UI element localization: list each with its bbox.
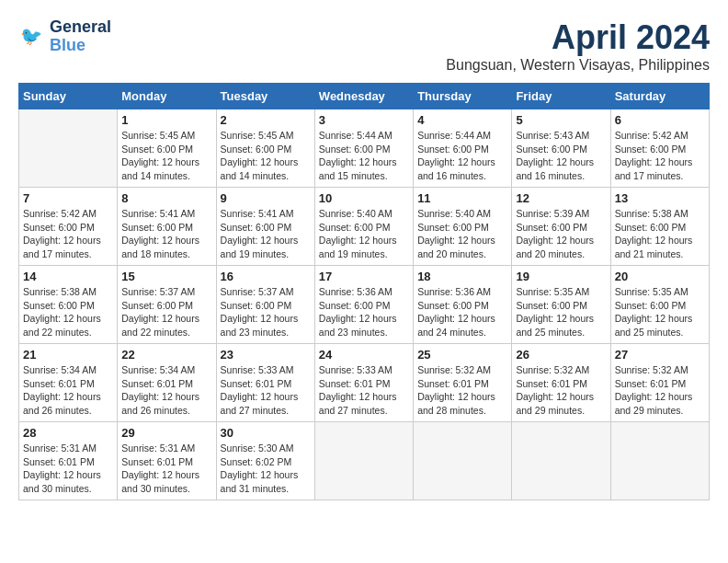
day-info: Sunrise: 5:35 AM Sunset: 6:00 PM Dayligh… <box>615 285 705 339</box>
week-row: 7 Sunrise: 5:42 AM Sunset: 6:00 PM Dayli… <box>19 188 710 266</box>
calendar-cell: 21 Sunrise: 5:34 AM Sunset: 6:01 PM Dayl… <box>19 344 118 422</box>
day-info: Sunrise: 5:40 AM Sunset: 6:00 PM Dayligh… <box>417 207 507 261</box>
calendar-cell: 26 Sunrise: 5:32 AM Sunset: 6:01 PM Dayl… <box>512 344 610 422</box>
day-info: Sunrise: 5:42 AM Sunset: 6:00 PM Dayligh… <box>23 207 113 261</box>
day-info: Sunrise: 5:37 AM Sunset: 6:00 PM Dayligh… <box>221 285 311 339</box>
location-title: Bungsuan, Western Visayas, Philippines <box>446 57 710 74</box>
calendar-cell: 19 Sunrise: 5:35 AM Sunset: 6:00 PM Dayl… <box>512 266 610 344</box>
day-info: Sunrise: 5:30 AM Sunset: 6:02 PM Dayligh… <box>221 442 311 496</box>
day-info: Sunrise: 5:33 AM Sunset: 6:01 PM Dayligh… <box>319 363 409 418</box>
logo-icon: 🐦 <box>18 23 46 51</box>
calendar-cell: 12 Sunrise: 5:39 AM Sunset: 6:00 PM Dayl… <box>512 188 610 266</box>
day-number: 25 <box>417 348 507 362</box>
calendar-cell: 5 Sunrise: 5:43 AM Sunset: 6:00 PM Dayli… <box>512 109 610 188</box>
day-number: 26 <box>516 348 606 362</box>
week-row: 14 Sunrise: 5:38 AM Sunset: 6:00 PM Dayl… <box>19 266 710 344</box>
calendar-cell <box>19 109 118 188</box>
weekday-header-cell: Thursday <box>414 84 512 109</box>
week-row: 1 Sunrise: 5:45 AM Sunset: 6:00 PM Dayli… <box>19 109 710 188</box>
calendar-cell: 6 Sunrise: 5:42 AM Sunset: 6:00 PM Dayli… <box>610 109 709 188</box>
day-number: 24 <box>319 348 409 362</box>
day-info: Sunrise: 5:37 AM Sunset: 6:00 PM Dayligh… <box>121 285 211 339</box>
svg-text:🐦: 🐦 <box>20 25 43 47</box>
calendar-cell: 14 Sunrise: 5:38 AM Sunset: 6:00 PM Dayl… <box>19 266 118 344</box>
calendar-cell: 2 Sunrise: 5:45 AM Sunset: 6:00 PM Dayli… <box>216 109 314 188</box>
calendar-cell <box>314 422 413 500</box>
calendar-cell: 24 Sunrise: 5:33 AM Sunset: 6:01 PM Dayl… <box>314 344 413 422</box>
day-info: Sunrise: 5:32 AM Sunset: 6:01 PM Dayligh… <box>516 363 606 418</box>
month-title: April 2024 <box>446 18 710 57</box>
week-row: 21 Sunrise: 5:34 AM Sunset: 6:01 PM Dayl… <box>19 344 710 422</box>
day-info: Sunrise: 5:44 AM Sunset: 6:00 PM Dayligh… <box>319 129 409 183</box>
day-info: Sunrise: 5:40 AM Sunset: 6:00 PM Dayligh… <box>319 207 409 261</box>
day-info: Sunrise: 5:45 AM Sunset: 6:00 PM Dayligh… <box>121 129 211 183</box>
calendar-cell: 27 Sunrise: 5:32 AM Sunset: 6:01 PM Dayl… <box>610 344 709 422</box>
weekday-header-cell: Monday <box>118 84 216 109</box>
day-number: 2 <box>221 113 311 127</box>
calendar-cell: 18 Sunrise: 5:36 AM Sunset: 6:00 PM Dayl… <box>414 266 512 344</box>
day-info: Sunrise: 5:32 AM Sunset: 6:01 PM Dayligh… <box>417 363 507 418</box>
calendar-cell <box>512 422 610 500</box>
calendar-cell <box>414 422 512 500</box>
day-info: Sunrise: 5:34 AM Sunset: 6:01 PM Dayligh… <box>121 363 211 418</box>
calendar-cell: 3 Sunrise: 5:44 AM Sunset: 6:00 PM Dayli… <box>314 109 413 188</box>
day-number: 17 <box>319 270 409 283</box>
day-number: 5 <box>516 113 606 127</box>
day-number: 10 <box>319 191 409 205</box>
day-number: 6 <box>615 113 705 127</box>
day-info: Sunrise: 5:38 AM Sunset: 6:00 PM Dayligh… <box>23 285 113 339</box>
calendar-cell: 30 Sunrise: 5:30 AM Sunset: 6:02 PM Dayl… <box>216 422 314 500</box>
day-info: Sunrise: 5:31 AM Sunset: 6:01 PM Dayligh… <box>23 442 113 496</box>
calendar-cell: 8 Sunrise: 5:41 AM Sunset: 6:00 PM Dayli… <box>118 188 216 266</box>
day-info: Sunrise: 5:45 AM Sunset: 6:00 PM Dayligh… <box>221 129 311 183</box>
day-info: Sunrise: 5:41 AM Sunset: 6:00 PM Dayligh… <box>221 207 311 261</box>
day-number: 28 <box>23 426 113 440</box>
weekday-header-cell: Tuesday <box>216 84 314 109</box>
calendar-cell: 10 Sunrise: 5:40 AM Sunset: 6:00 PM Dayl… <box>314 188 413 266</box>
calendar-cell: 17 Sunrise: 5:36 AM Sunset: 6:00 PM Dayl… <box>314 266 413 344</box>
calendar-cell: 4 Sunrise: 5:44 AM Sunset: 6:00 PM Dayli… <box>414 109 512 188</box>
day-number: 23 <box>221 348 311 362</box>
day-number: 11 <box>417 191 507 205</box>
day-number: 20 <box>615 270 705 283</box>
day-number: 7 <box>23 191 113 205</box>
day-info: Sunrise: 5:35 AM Sunset: 6:00 PM Dayligh… <box>516 285 606 339</box>
day-number: 19 <box>516 270 606 283</box>
calendar-cell: 29 Sunrise: 5:31 AM Sunset: 6:01 PM Dayl… <box>118 422 216 500</box>
calendar-cell: 20 Sunrise: 5:35 AM Sunset: 6:00 PM Dayl… <box>610 266 709 344</box>
day-number: 3 <box>319 113 409 127</box>
day-number: 8 <box>121 191 211 205</box>
day-info: Sunrise: 5:39 AM Sunset: 6:00 PM Dayligh… <box>516 207 606 261</box>
calendar-cell: 15 Sunrise: 5:37 AM Sunset: 6:00 PM Dayl… <box>118 266 216 344</box>
weekday-header-cell: Wednesday <box>314 84 413 109</box>
day-number: 21 <box>23 348 113 362</box>
day-number: 18 <box>417 270 507 283</box>
calendar-cell <box>610 422 709 500</box>
day-info: Sunrise: 5:38 AM Sunset: 6:00 PM Dayligh… <box>615 207 705 261</box>
weekday-header-cell: Saturday <box>610 84 709 109</box>
day-info: Sunrise: 5:36 AM Sunset: 6:00 PM Dayligh… <box>319 285 409 339</box>
day-number: 30 <box>221 426 311 440</box>
day-info: Sunrise: 5:44 AM Sunset: 6:00 PM Dayligh… <box>417 129 507 183</box>
calendar-cell: 7 Sunrise: 5:42 AM Sunset: 6:00 PM Dayli… <box>19 188 118 266</box>
title-area: April 2024 Bungsuan, Western Visayas, Ph… <box>446 18 710 74</box>
day-info: Sunrise: 5:33 AM Sunset: 6:01 PM Dayligh… <box>221 363 311 418</box>
calendar-cell: 11 Sunrise: 5:40 AM Sunset: 6:00 PM Dayl… <box>414 188 512 266</box>
calendar-cell: 23 Sunrise: 5:33 AM Sunset: 6:01 PM Dayl… <box>216 344 314 422</box>
calendar-cell: 16 Sunrise: 5:37 AM Sunset: 6:00 PM Dayl… <box>216 266 314 344</box>
day-number: 13 <box>615 191 705 205</box>
day-number: 1 <box>121 113 211 127</box>
calendar-body: 1 Sunrise: 5:45 AM Sunset: 6:00 PM Dayli… <box>19 109 710 500</box>
day-number: 15 <box>121 270 211 283</box>
day-number: 27 <box>615 348 705 362</box>
day-info: Sunrise: 5:36 AM Sunset: 6:00 PM Dayligh… <box>417 285 507 339</box>
day-info: Sunrise: 5:43 AM Sunset: 6:00 PM Dayligh… <box>516 129 606 183</box>
day-info: Sunrise: 5:31 AM Sunset: 6:01 PM Dayligh… <box>121 442 211 496</box>
calendar: SundayMondayTuesdayWednesdayThursdayFrid… <box>18 83 710 500</box>
weekday-header: SundayMondayTuesdayWednesdayThursdayFrid… <box>19 84 710 109</box>
day-number: 14 <box>23 270 113 283</box>
day-number: 16 <box>221 270 311 283</box>
day-number: 9 <box>221 191 311 205</box>
day-info: Sunrise: 5:41 AM Sunset: 6:00 PM Dayligh… <box>121 207 211 261</box>
day-info: Sunrise: 5:32 AM Sunset: 6:01 PM Dayligh… <box>615 363 705 418</box>
